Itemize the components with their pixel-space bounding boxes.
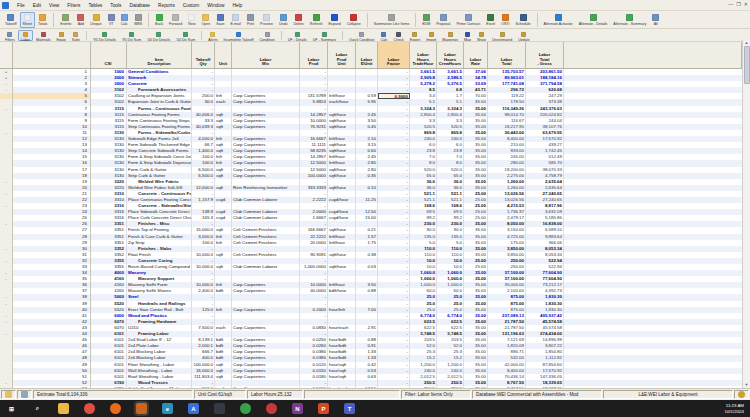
toolbar-button-show[interactable]: Show — [474, 30, 489, 41]
toolbar-button-condition[interactable]: Condition — [256, 30, 277, 41]
toolbar-button-save[interactable]: Save — [213, 12, 227, 28]
toolbar-button-incomplete-takeoff[interactable]: Incomplete Takeoff — [220, 30, 256, 41]
toolbar-button-alerts[interactable]: Alerts — [205, 30, 220, 41]
menu-item-edit[interactable]: Edit — [29, 3, 45, 8]
toolbar-button-excel[interactable]: Excel — [483, 12, 498, 28]
column-header-crew[interactable]: Labor Hours CrewHours — [437, 42, 464, 68]
toolbar-button-check[interactable]: Check — [391, 30, 407, 41]
minimize-icon[interactable]: — — [728, 1, 733, 7]
search-icon[interactable]: ⌕ — [32, 403, 43, 414]
menu-item-help[interactable]: Help — [228, 3, 246, 8]
app-blue-icon[interactable]: A — [188, 403, 199, 414]
powerpoint-icon[interactable]: P — [318, 403, 329, 414]
toolbar-button-summarize-like-items[interactable]: Summarize Like Items — [371, 12, 413, 28]
column-header-factor[interactable]: Labor Factor — [378, 42, 410, 68]
toolbar-button-alternate-summary[interactable]: Alternate - Summary — [610, 12, 649, 28]
toolbar-button-totals[interactable]: Totals — [35, 12, 50, 28]
toolbar-button-sheet[interactable]: Sheet — [20, 12, 35, 28]
menu-item-view[interactable]: View — [45, 3, 63, 8]
toolbar-button-print[interactable]: Print — [244, 12, 257, 28]
toolbar-button-prime-contract[interactable]: Prime Contract — [453, 12, 483, 28]
toolbar-button-unique[interactable]: Unique — [87, 12, 104, 28]
toolbar-button-add[interactable]: Add — [74, 12, 87, 28]
scrollbar-thumb[interactable] — [744, 46, 750, 84]
taskbar-clock[interactable]: 11:23 AM 10/1/2024 — [724, 403, 744, 414]
toolbar-button-schedule[interactable]: Schedule — [513, 12, 534, 28]
toolbar-button-labor[interactable]: Labor — [18, 30, 33, 41]
toolbar-button-import[interactable]: Import — [423, 30, 439, 41]
toolbar-button-new[interactable]: New — [185, 12, 198, 28]
toolbar-button-osti[interactable]: OSTI — [498, 12, 512, 28]
toolbar-button-95-div-details[interactable]: '95 Div Details — [90, 30, 119, 41]
toolbar-button-95-div-sum[interactable]: '95 Div Sum — [119, 30, 144, 41]
toolbar-button-filters[interactable]: Filters — [2, 30, 18, 41]
column-header-gross[interactable]: Labor Total - Gross — [526, 42, 564, 68]
column-header-mix[interactable]: Labor Mix — [232, 42, 300, 68]
toolbar-button-open[interactable]: Open — [199, 12, 214, 28]
toolbar-button-calc[interactable]: Calc — [118, 12, 131, 28]
restore-icon[interactable]: ❐ — [736, 1, 740, 7]
toolbar-button-alternate-activator[interactable]: Alternate Activator — [541, 12, 576, 28]
toolbar-button-update[interactable]: Update — [515, 30, 533, 41]
column-header-produnit[interactable]: Labor Prod Unit — [328, 42, 356, 68]
menu-item-window[interactable]: Window — [203, 3, 228, 8]
toolbar-button-materials[interactable]: Materials — [33, 30, 54, 41]
firefox-icon[interactable] — [110, 403, 121, 414]
menu-item-custom[interactable]: Custom — [179, 3, 204, 8]
toolbar-button-undo[interactable]: Undo — [276, 12, 291, 28]
toolbar-button-export[interactable]: Export — [407, 30, 423, 41]
column-header-num[interactable] — [13, 42, 91, 68]
toolbar-button-uf-details[interactable]: UF - Details — [285, 30, 310, 41]
toolbar-button-mappings[interactable]: Mappings — [439, 30, 461, 41]
toolbar-button-alternate-details[interactable]: Alternate - Details — [576, 12, 611, 28]
toolbar-button-map[interactable]: Map — [461, 30, 474, 41]
toolbar-button-04-div-details[interactable]: '04 Div Details — [144, 30, 173, 41]
menu-item-file[interactable]: File — [13, 3, 29, 8]
column-header-total[interactable]: Labor Total — [488, 42, 526, 68]
toolbar-button-expand[interactable]: Expand — [325, 12, 343, 28]
vertical-scrollbar[interactable]: ▲ ▼ — [742, 40, 750, 388]
column-header-trade[interactable]: Labor Hours TradeHour — [410, 42, 437, 68]
column-header-perunit[interactable]: Labor $/Unit — [356, 42, 378, 68]
estimating-app-icon[interactable] — [136, 403, 147, 414]
app-green-icon[interactable] — [240, 403, 251, 414]
toolbar-button-quick-condition[interactable]: Quick Condition — [346, 30, 377, 41]
toolbar-button-forward[interactable]: Forward — [166, 12, 185, 28]
toolbar-button-back[interactable]: Back — [152, 12, 166, 28]
toolbar-button-wbs[interactable]: WBS — [131, 12, 145, 28]
menu-item-database[interactable]: Database — [125, 3, 154, 8]
toolbar-button-proposal[interactable]: Proposal — [433, 12, 453, 28]
toolbar-button-delete[interactable]: Delete — [290, 12, 306, 28]
column-header-unit[interactable]: Unit — [215, 42, 232, 68]
column-header-desc[interactable]: Item Description — [127, 42, 192, 68]
toolbar-button-takeoff[interactable]: Takeoff — [2, 12, 20, 28]
menu-item-reports[interactable]: Reports — [154, 3, 179, 8]
column-header-marker[interactable] — [0, 42, 13, 68]
toolbar-button-equip[interactable]: Equip — [54, 30, 69, 41]
edge-icon[interactable]: e — [162, 403, 173, 414]
teams-icon[interactable]: T — [344, 403, 355, 414]
toolbar-button-unestimated[interactable]: Unestimated — [489, 30, 515, 41]
file-explorer-icon[interactable] — [58, 403, 69, 414]
app-dark-icon[interactable] — [214, 403, 225, 414]
toolbar-button-collapse[interactable]: Collapse — [344, 12, 364, 28]
menu-item-tables[interactable]: Tables — [84, 3, 106, 8]
chrome-icon[interactable] — [84, 403, 95, 414]
onenote-icon[interactable]: N — [292, 403, 303, 414]
toolbar-button-vt[interactable]: VT — [105, 12, 118, 28]
column-header-fill[interactable] — [564, 42, 742, 68]
toolbar-button-edm[interactable]: EDM — [419, 12, 433, 28]
toolbar-button-estinfo[interactable]: Estinfo — [57, 12, 74, 28]
column-header-rate[interactable]: Labor Rate — [464, 42, 488, 68]
close-icon[interactable]: ✕ — [744, 1, 748, 7]
menu-item-filters[interactable]: Filters — [63, 3, 84, 8]
toolbar-button-alt[interactable]: Alt — [649, 12, 662, 28]
column-header-qty[interactable]: Takeoff Qty — [192, 42, 215, 68]
toolbar-button-calc[interactable]: Calc — [377, 30, 390, 41]
app-red-icon[interactable] — [266, 403, 277, 414]
menu-item-tools[interactable]: Tools — [106, 3, 125, 8]
toolbar-button-e-mail[interactable]: E-mail — [228, 12, 244, 28]
start-button[interactable]: ⊞ — [6, 403, 17, 414]
toolbar-button-refresh[interactable]: Refresh — [307, 12, 326, 28]
toolbar-button-uf-summary[interactable]: UF - Summary — [310, 30, 339, 41]
